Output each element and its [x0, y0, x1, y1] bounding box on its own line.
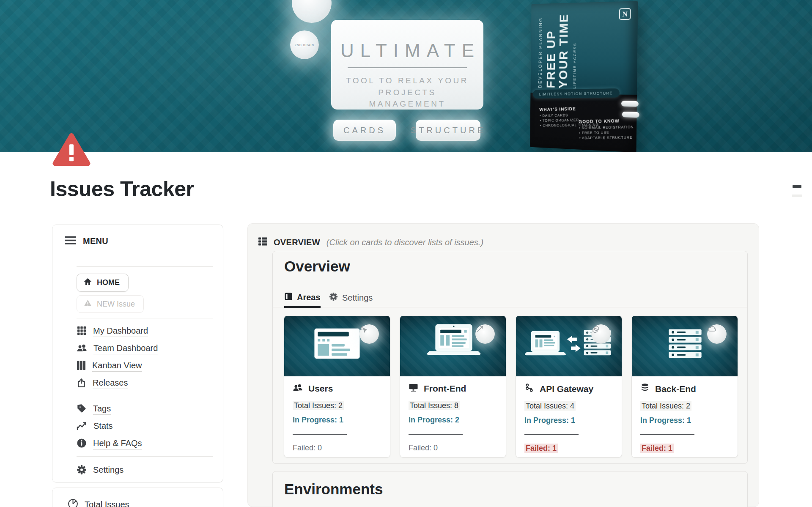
card-divider	[409, 434, 463, 435]
stat-failed: Failed: 0	[293, 444, 381, 452]
cube-icon	[591, 324, 611, 344]
stat-total-issues: Total Issues: 4	[524, 402, 613, 411]
gear-icon	[329, 292, 338, 303]
sidebar-item-label: Team Dashboard	[93, 343, 158, 354]
good-to-know-item: NO-EMAIL REGISTRATION	[579, 125, 634, 130]
product-box-ribbon: LIMITLESS NOTION STRUCTURE	[533, 88, 620, 99]
sidebar-item-kanban-view[interactable]: Kanban View	[77, 361, 213, 372]
people-icon	[77, 343, 87, 354]
grid-icon	[77, 326, 87, 337]
section-title: OVERVIEW	[274, 238, 320, 247]
product-box-tab	[622, 112, 639, 118]
stat-failed: Failed: 1	[524, 444, 613, 453]
second-brain-badge: 2ND BRAIN	[290, 30, 319, 59]
overview-card: Overview Areas Settings	[272, 251, 748, 464]
server-rows-icon	[258, 236, 268, 248]
columns-icon	[77, 360, 86, 372]
home-button[interactable]: HOME	[77, 274, 129, 292]
product-box-side-label: DEVELOPER PLANNING	[538, 19, 543, 88]
share-upload-icon	[77, 378, 86, 389]
minimize-icon[interactable]	[793, 185, 801, 188]
sidebar-item-label: Settings	[93, 465, 123, 476]
tab-settings[interactable]: Settings	[329, 292, 373, 303]
tab-areas[interactable]: Areas	[284, 292, 321, 303]
card-divider	[640, 434, 694, 435]
area-card-api-gateway[interactable]: API Gateway Total Issues: 4 In Progress:…	[516, 315, 622, 458]
pie-chart-icon	[68, 499, 78, 507]
hero-subtitle: TOOL TO RELAX YOUR PROJECTS MANAGEMENT	[331, 75, 483, 110]
area-card-title: Front-End	[424, 384, 466, 394]
home-icon	[84, 278, 92, 288]
sidebar-item-stats[interactable]: Stats	[77, 421, 213, 432]
divider	[77, 456, 213, 457]
sidebar-item-label: Tags	[93, 404, 111, 415]
overview-tabs: Areas Settings	[273, 291, 747, 307]
product-box-tab	[621, 101, 639, 107]
hamburger-icon[interactable]	[65, 236, 76, 247]
new-issue-button[interactable]: NEW Issue	[77, 295, 144, 313]
pointer-icon	[475, 324, 495, 344]
divider	[77, 396, 213, 396]
structure-pill: STRUCTURE	[416, 120, 480, 141]
browser-window-illustration	[284, 316, 390, 376]
sidebar-item-label: Help & FAQs	[93, 438, 142, 449]
area-card-front-end[interactable]: Front-End Total Issues: 8 In Progress: 2…	[400, 315, 506, 458]
line-chart-icon	[77, 421, 87, 432]
home-button-label: HOME	[97, 278, 120, 287]
section-hint: (Click on cards to discover lists of iss…	[326, 238, 483, 247]
sidebar-item-help-faqs[interactable]: Help & FAQs	[77, 438, 213, 449]
good-to-know-title: GOOD TO KNOW	[579, 118, 634, 124]
hero-card: ULTIMATE TOOL TO RELAX YOUR PROJECTS MAN…	[331, 20, 483, 110]
cloud-icon	[707, 324, 727, 344]
area-card-title: API Gateway	[540, 384, 593, 394]
area-card-users[interactable]: Users Total Issues: 2 In Progress: 1 Fai…	[284, 315, 390, 458]
stat-total-issues: Total Issues: 2	[293, 401, 381, 410]
new-issue-button-label: NEW Issue	[97, 300, 135, 309]
nodes-icon	[524, 383, 534, 395]
sidebar-item-my-dashboard[interactable]: My Dashboard	[77, 326, 213, 337]
people-icon	[293, 383, 303, 394]
stat-in-progress: In Progress: 1	[640, 416, 729, 425]
sidebar-item-tags[interactable]: Tags	[77, 404, 213, 415]
good-to-know-list: GOOD TO KNOW NO-EMAIL REGISTRATION FREE …	[579, 118, 634, 141]
stat-total-issues: Total Issues: 8	[409, 401, 497, 410]
good-to-know-item: ADAPTABLE STRUCTURE	[579, 135, 634, 140]
sidebar-item-label: Releases	[93, 378, 128, 389]
good-to-know-item: FREE TO USE	[579, 130, 634, 135]
totals-widget: Total Issues	[52, 488, 223, 507]
tag-icon	[77, 403, 87, 415]
sidebar-item-label: My Dashboard	[93, 326, 148, 337]
sidebar-item-releases[interactable]: Releases	[77, 378, 213, 389]
notion-logo-icon: N	[619, 8, 631, 20]
scroll-handle	[792, 195, 802, 197]
monitor-icon	[409, 383, 418, 394]
totals-widget-label: Total Issues	[85, 500, 129, 507]
product-box-headline-1: FREE UP	[545, 18, 558, 88]
sidebar-item-settings[interactable]: Settings	[77, 465, 213, 476]
tab-settings-label: Settings	[342, 293, 373, 303]
laptop-server-sync-illustration	[516, 316, 622, 376]
area-card-title: Back-End	[655, 384, 696, 394]
sidebar-item-label: Kanban View	[92, 361, 142, 372]
card-divider	[524, 434, 579, 435]
overview-panel: OVERVIEW (Click on cards to discover lis…	[247, 223, 759, 507]
whats-inside-title: WHAT'S INSIDE	[539, 105, 598, 112]
clarity-badge: CLARITY	[292, 0, 332, 23]
cover-banner: CLARITY 2ND BRAIN ULTIMATE TOOL TO RELAX…	[0, 0, 812, 152]
hero-divider	[348, 67, 467, 68]
area-card-title: Users	[308, 384, 333, 394]
area-card-back-end[interactable]: Back-End Total Issues: 2 In Progress: 1 …	[631, 315, 738, 458]
stat-in-progress: In Progress: 1	[293, 416, 381, 425]
stat-failed: Failed: 0	[409, 444, 497, 452]
environments-card: Environments	[272, 471, 748, 507]
info-icon	[77, 438, 87, 450]
tab-areas-label: Areas	[297, 293, 321, 302]
product-box: N DEVELOPER PLANNING FREE UP YOUR TIME L…	[530, 1, 638, 152]
sidebar-item-team-dashboard[interactable]: Team Dashboard	[77, 343, 213, 354]
stat-in-progress: In Progress: 2	[409, 416, 497, 425]
sidebar-item-label: Stats	[93, 421, 113, 432]
page-icon-warning-triangle[interactable]	[52, 133, 91, 167]
stat-total-issues: Total Issues: 2	[640, 402, 729, 411]
reader-icon	[284, 292, 293, 303]
cursor-click-icon	[359, 324, 379, 344]
